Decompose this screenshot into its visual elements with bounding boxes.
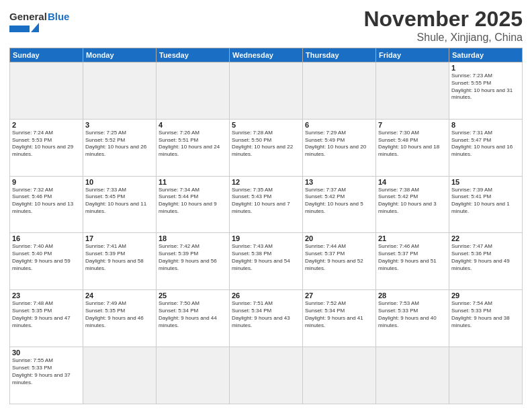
day-number: 14 xyxy=(378,178,447,186)
day-number: 11 xyxy=(159,178,227,186)
day-info: Sunrise: 7:24 AM Sunset: 5:53 PM Dayligh… xyxy=(12,130,81,158)
calendar-cell: 29Sunrise: 7:54 AM Sunset: 5:33 PM Dayli… xyxy=(449,290,523,347)
day-info: Sunrise: 7:34 AM Sunset: 5:44 PM Dayligh… xyxy=(159,187,227,216)
calendar-cell: 24Sunrise: 7:49 AM Sunset: 5:35 PM Dayli… xyxy=(83,290,157,347)
calendar-cell: 15Sunrise: 7:39 AM Sunset: 5:41 PM Dayli… xyxy=(449,176,523,233)
day-number: 6 xyxy=(305,121,373,129)
calendar-cell: 6Sunrise: 7:29 AM Sunset: 5:49 PM Daylig… xyxy=(303,119,376,176)
logo-rect xyxy=(9,26,30,32)
calendar-cell xyxy=(157,62,230,120)
column-header-sunday: Sunday xyxy=(10,48,83,62)
day-info: Sunrise: 7:28 AM Sunset: 5:50 PM Dayligh… xyxy=(232,130,300,158)
day-info: Sunrise: 7:33 AM Sunset: 5:45 PM Dayligh… xyxy=(85,187,154,216)
day-info: Sunrise: 7:42 AM Sunset: 5:39 PM Dayligh… xyxy=(159,243,227,272)
day-number: 30 xyxy=(12,349,81,357)
calendar-cell: 22Sunrise: 7:47 AM Sunset: 5:36 PM Dayli… xyxy=(449,233,523,290)
day-number: 7 xyxy=(378,121,447,129)
calendar-cell xyxy=(303,62,376,120)
calendar-cell: 13Sunrise: 7:37 AM Sunset: 5:42 PM Dayli… xyxy=(303,176,376,233)
day-number: 18 xyxy=(159,234,227,242)
calendar-cell xyxy=(230,347,303,404)
column-header-monday: Monday xyxy=(83,48,157,62)
day-number: 5 xyxy=(232,121,300,129)
day-info: Sunrise: 7:29 AM Sunset: 5:49 PM Dayligh… xyxy=(305,130,373,158)
calendar-cell: 5Sunrise: 7:28 AM Sunset: 5:50 PM Daylig… xyxy=(230,119,303,176)
day-info: Sunrise: 7:26 AM Sunset: 5:51 PM Dayligh… xyxy=(159,130,227,158)
column-header-wednesday: Wednesday xyxy=(230,48,303,62)
column-header-thursday: Thursday xyxy=(303,48,376,62)
page-subtitle: Shule, Xinjiang, China xyxy=(363,32,523,44)
day-info: Sunrise: 7:40 AM Sunset: 5:40 PM Dayligh… xyxy=(12,243,81,272)
calendar-cell xyxy=(303,347,376,404)
day-number: 29 xyxy=(451,291,520,300)
day-info: Sunrise: 7:51 AM Sunset: 5:34 PM Dayligh… xyxy=(232,300,300,329)
day-info: Sunrise: 7:37 AM Sunset: 5:42 PM Dayligh… xyxy=(305,187,373,216)
calendar-table: SundayMondayTuesdayWednesdayThursdayFrid… xyxy=(9,48,523,404)
calendar-cell: 9Sunrise: 7:32 AM Sunset: 5:46 PM Daylig… xyxy=(10,176,83,233)
calendar-cell xyxy=(83,347,157,404)
calendar-cell: 16Sunrise: 7:40 AM Sunset: 5:40 PM Dayli… xyxy=(10,233,83,290)
calendar-week-row: 23Sunrise: 7:48 AM Sunset: 5:35 PM Dayli… xyxy=(10,290,523,347)
calendar-cell: 23Sunrise: 7:48 AM Sunset: 5:35 PM Dayli… xyxy=(10,290,83,347)
day-info: Sunrise: 7:55 AM Sunset: 5:33 PM Dayligh… xyxy=(12,357,81,386)
calendar-cell xyxy=(376,62,449,120)
day-number: 23 xyxy=(12,291,81,300)
day-info: Sunrise: 7:53 AM Sunset: 5:33 PM Dayligh… xyxy=(378,300,447,329)
day-number: 20 xyxy=(305,234,373,242)
calendar-header-row: SundayMondayTuesdayWednesdayThursdayFrid… xyxy=(10,48,523,62)
day-number: 24 xyxy=(85,291,154,300)
day-info: Sunrise: 7:23 AM Sunset: 5:55 PM Dayligh… xyxy=(451,73,520,101)
title-block: November 2025 Shule, Xinjiang, China xyxy=(363,7,523,44)
calendar-cell: 2Sunrise: 7:24 AM Sunset: 5:53 PM Daylig… xyxy=(10,119,83,176)
calendar-cell: 27Sunrise: 7:52 AM Sunset: 5:34 PM Dayli… xyxy=(303,290,376,347)
day-info: Sunrise: 7:52 AM Sunset: 5:34 PM Dayligh… xyxy=(305,300,373,329)
calendar-cell: 21Sunrise: 7:46 AM Sunset: 5:37 PM Dayli… xyxy=(376,233,449,290)
calendar-cell: 11Sunrise: 7:34 AM Sunset: 5:44 PM Dayli… xyxy=(157,176,230,233)
day-info: Sunrise: 7:47 AM Sunset: 5:36 PM Dayligh… xyxy=(451,243,520,272)
day-info: Sunrise: 7:54 AM Sunset: 5:33 PM Dayligh… xyxy=(451,300,520,329)
column-header-saturday: Saturday xyxy=(449,48,523,62)
day-number: 25 xyxy=(159,291,227,300)
calendar-cell: 17Sunrise: 7:41 AM Sunset: 5:39 PM Dayli… xyxy=(83,233,157,290)
day-info: Sunrise: 7:46 AM Sunset: 5:37 PM Dayligh… xyxy=(378,243,447,272)
calendar-cell: 25Sunrise: 7:50 AM Sunset: 5:34 PM Dayli… xyxy=(157,290,230,347)
header: General Blue November 2025 Shule, Xinjia… xyxy=(9,7,523,44)
day-number: 8 xyxy=(451,121,520,129)
calendar-cell: 1Sunrise: 7:23 AM Sunset: 5:55 PM Daylig… xyxy=(449,62,523,120)
day-number: 22 xyxy=(451,234,520,242)
column-header-friday: Friday xyxy=(376,48,449,62)
day-number: 17 xyxy=(85,234,154,242)
day-number: 9 xyxy=(12,178,81,186)
calendar-cell: 20Sunrise: 7:44 AM Sunset: 5:37 PM Dayli… xyxy=(303,233,376,290)
calendar-cell xyxy=(157,347,230,404)
day-number: 12 xyxy=(232,178,300,186)
day-number: 26 xyxy=(232,291,300,300)
calendar-week-row: 16Sunrise: 7:40 AM Sunset: 5:40 PM Dayli… xyxy=(10,233,523,290)
day-number: 4 xyxy=(159,121,227,129)
logo: General Blue xyxy=(9,11,69,32)
calendar-cell: 8Sunrise: 7:31 AM Sunset: 5:47 PM Daylig… xyxy=(449,119,523,176)
page-title: November 2025 xyxy=(363,7,523,32)
day-number: 16 xyxy=(12,234,81,242)
day-info: Sunrise: 7:49 AM Sunset: 5:35 PM Dayligh… xyxy=(85,300,154,329)
calendar-cell xyxy=(10,62,83,120)
day-info: Sunrise: 7:48 AM Sunset: 5:35 PM Dayligh… xyxy=(12,300,81,329)
day-number: 27 xyxy=(305,291,373,300)
column-header-tuesday: Tuesday xyxy=(157,48,230,62)
logo-blue-text: Blue xyxy=(48,11,70,22)
logo-triangle xyxy=(31,23,39,32)
day-number: 19 xyxy=(232,234,300,242)
day-number: 2 xyxy=(12,121,81,129)
day-info: Sunrise: 7:41 AM Sunset: 5:39 PM Dayligh… xyxy=(85,243,154,272)
logo-general-text: General xyxy=(9,11,47,22)
calendar-week-row: 30Sunrise: 7:55 AM Sunset: 5:33 PM Dayli… xyxy=(10,347,523,404)
calendar-cell xyxy=(376,347,449,404)
day-info: Sunrise: 7:32 AM Sunset: 5:46 PM Dayligh… xyxy=(12,187,81,216)
calendar-cell xyxy=(83,62,157,120)
day-number: 28 xyxy=(378,291,447,300)
day-number: 3 xyxy=(85,121,154,129)
day-info: Sunrise: 7:39 AM Sunset: 5:41 PM Dayligh… xyxy=(451,187,520,216)
calendar-cell: 30Sunrise: 7:55 AM Sunset: 5:33 PM Dayli… xyxy=(10,347,83,404)
day-info: Sunrise: 7:38 AM Sunset: 5:42 PM Dayligh… xyxy=(378,187,447,216)
day-info: Sunrise: 7:30 AM Sunset: 5:48 PM Dayligh… xyxy=(378,130,447,158)
